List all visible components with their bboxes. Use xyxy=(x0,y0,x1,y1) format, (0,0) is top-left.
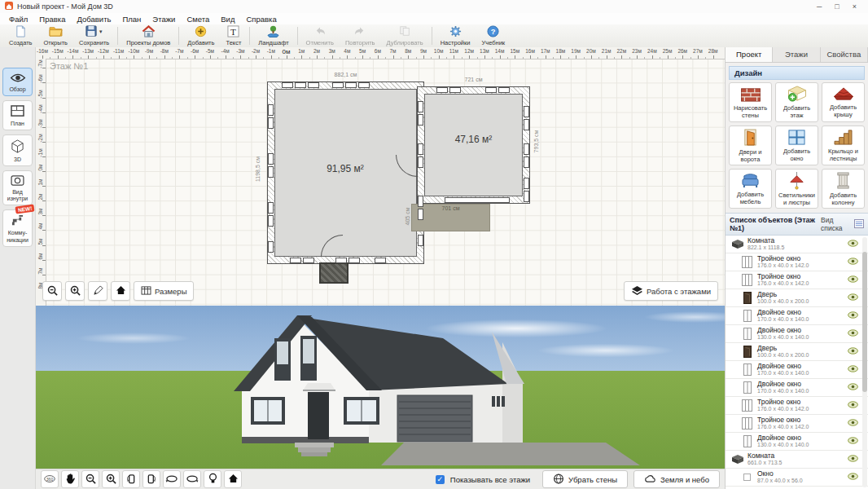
menu-item-Добавить[interactable]: Добавить xyxy=(71,15,116,24)
visibility-eye-icon[interactable] xyxy=(848,240,858,249)
sidebar-item-interior[interactable]: Вид изнутри xyxy=(2,170,33,205)
rotate-right-button[interactable] xyxy=(142,470,160,488)
menu-item-Этажи[interactable]: Этажи xyxy=(147,15,181,24)
list-view-control[interactable]: Вид списка xyxy=(821,216,864,232)
visibility-eye-icon[interactable] xyxy=(848,455,858,464)
object-row[interactable]: Двойное окно170.0 x 40.0 x 140.0 xyxy=(726,361,868,379)
object-row[interactable]: Окно87.0 x 40.0 x 56.0 xyxy=(726,469,868,487)
object-row[interactable]: Комната822.1 x 1118.5 xyxy=(726,236,868,253)
pan-button[interactable] xyxy=(61,470,79,488)
new-project-button[interactable]: Создать xyxy=(3,24,38,47)
rotate-360-button[interactable]: 360 xyxy=(41,470,59,488)
show-all-floors-checkbox[interactable]: ✓ xyxy=(436,475,445,484)
visibility-eye-icon[interactable] xyxy=(848,258,858,267)
plan-zoom-out-button[interactable] xyxy=(42,281,62,301)
object-row[interactable]: Тройное окно176.0 x 40.0 x 142.0 xyxy=(726,253,868,271)
visibility-eye-icon[interactable] xyxy=(848,275,858,284)
design-button-roof[interactable]: Добавить крышу xyxy=(822,82,865,122)
light-button[interactable] xyxy=(204,470,221,488)
landscape-button[interactable]: Ландшафт xyxy=(252,24,294,47)
tab-properties[interactable]: Свойства xyxy=(821,47,868,62)
porch-steps[interactable] xyxy=(319,262,349,284)
visibility-eye-icon[interactable] xyxy=(848,437,858,446)
close-button[interactable]: × xyxy=(853,1,857,12)
redo-button[interactable]: Повторить xyxy=(340,24,381,47)
design-button-window[interactable]: Добавить окно xyxy=(775,126,818,165)
save-icon xyxy=(85,25,97,38)
visibility-eye-icon[interactable] xyxy=(848,329,858,338)
plan-2d-view[interactable]: -16м-15м-14м-13м-12м-11м-10м-9м-8м-7м-6м… xyxy=(36,47,725,306)
menu-item-Справка[interactable]: Справка xyxy=(240,15,282,24)
object-row[interactable]: Тройное окно176.0 x 40.0 x 142.0 xyxy=(726,415,868,433)
zoom-in-3d-button[interactable] xyxy=(102,470,120,488)
plan-zoom-in-button[interactable] xyxy=(65,281,85,301)
tab-floors[interactable]: Этажи xyxy=(773,47,820,62)
menu-item-Файл[interactable]: Файл xyxy=(3,15,33,24)
zoom-out-3d-button[interactable] xyxy=(81,470,99,488)
sidebar-item-eye[interactable]: Обзор xyxy=(2,68,33,96)
object-row[interactable]: Тройное окно176.0 x 40.0 x 142.0 xyxy=(726,397,868,415)
visibility-eye-icon[interactable] xyxy=(848,419,858,428)
settings-button[interactable]: Настройки xyxy=(435,24,476,47)
floors-work-button[interactable]: Работа с этажами xyxy=(624,281,718,301)
visibility-eye-icon[interactable] xyxy=(848,293,858,302)
tab-project[interactable]: Проект xyxy=(726,47,773,62)
object-row[interactable]: Тройное окно176.0 x 40.0 x 142.0 xyxy=(726,271,868,289)
visibility-eye-icon[interactable] xyxy=(848,383,858,392)
orbit-left-button[interactable] xyxy=(163,470,181,488)
sidebar-item-plan[interactable]: План xyxy=(2,100,33,130)
sidebar-item-faucet[interactable]: Комму-никацииNEW! xyxy=(2,209,33,246)
menu-item-План[interactable]: План xyxy=(116,15,147,24)
ground-sky-button[interactable]: Земля и небо xyxy=(633,470,720,488)
house-projects-button[interactable]: Проекты домов xyxy=(121,24,176,47)
visibility-eye-icon[interactable] xyxy=(848,365,858,374)
object-row[interactable]: Дверь100.0 x 40.0 x 200.0 xyxy=(726,343,868,361)
plan-home-button[interactable] xyxy=(111,281,130,301)
plan-measure-button[interactable] xyxy=(88,281,107,301)
visibility-eye-icon[interactable] xyxy=(848,473,858,482)
orbit-right-button[interactable] xyxy=(183,470,201,488)
house-3d[interactable] xyxy=(36,306,725,469)
room-interior-right[interactable] xyxy=(424,94,523,196)
object-row[interactable]: Двойное окно170.0 x 40.0 x 140.0 xyxy=(726,307,868,325)
object-row[interactable]: Комната661.0 x 713.5 xyxy=(726,451,868,469)
remove-walls-button[interactable]: Убрать стены xyxy=(542,470,628,488)
design-button-door[interactable]: Двери и ворота xyxy=(729,126,772,165)
object-row[interactable]: Двойное окно170.0 x 40.0 x 140.0 xyxy=(726,379,868,397)
duplicate-button[interactable]: Дублировать xyxy=(381,24,429,47)
visibility-eye-icon[interactable] xyxy=(848,347,858,356)
room-block-right[interactable] xyxy=(417,86,530,204)
minimize-button[interactable]: ─ xyxy=(817,1,822,12)
object-row[interactable]: Двойное окно130.0 x 40.0 x 140.0 xyxy=(726,433,868,451)
design-button-lamp[interactable]: Светильники и люстры xyxy=(775,169,818,209)
design-button-furniture[interactable]: Добавить мебель xyxy=(729,169,772,209)
add-object-button[interactable]: Добавить xyxy=(182,24,220,47)
object-row[interactable]: Двойное окно130.0 x 40.0 x 140.0 xyxy=(726,325,868,343)
menu-item-Смета[interactable]: Смета xyxy=(181,15,215,24)
save-dropdown-caret[interactable]: ▼ xyxy=(99,29,103,34)
undo-button[interactable]: Отменить xyxy=(300,24,340,47)
visibility-eye-icon[interactable] xyxy=(848,401,858,410)
rotate-left-button[interactable] xyxy=(122,470,140,488)
visibility-eye-icon[interactable] xyxy=(848,311,858,320)
menu-item-Вид[interactable]: Вид xyxy=(215,15,240,24)
object-row[interactable]: Дверь100.0 x 40.0 x 200.0 xyxy=(726,289,868,307)
text-button[interactable]: T Текст xyxy=(220,24,247,47)
design-button-column[interactable]: Добавить колонну xyxy=(822,169,865,209)
open-button[interactable]: Открыть xyxy=(38,24,73,47)
tutorial-button[interactable]: ? Учебник xyxy=(476,24,511,47)
save-button[interactable]: ▼ Сохранить xyxy=(73,24,115,47)
window-marker xyxy=(418,143,423,155)
objects-scrollbar[interactable] xyxy=(862,237,867,487)
plan-canvas[interactable]: Этаж №1 882,1 см 721 см 1198,5 см 793,5 … xyxy=(46,59,725,306)
maximize-button[interactable]: □ xyxy=(835,1,839,12)
scrollbar-thumb[interactable] xyxy=(862,252,867,392)
design-button-floor[interactable]: Добавить этаж xyxy=(775,82,818,122)
view-3d[interactable]: 360 ✓ Показывать все этажи Убрать стены xyxy=(36,306,725,489)
sidebar-item-cube[interactable]: 3D xyxy=(2,134,33,166)
home-view-button[interactable] xyxy=(224,470,242,488)
menu-item-Правка[interactable]: Правка xyxy=(33,15,71,24)
design-button-wall[interactable]: Нарисовать стены xyxy=(729,82,772,122)
plan-sizes-button[interactable]: Размеры xyxy=(134,281,194,301)
design-button-stairs[interactable]: Крыльцо и лестницы xyxy=(822,126,865,165)
